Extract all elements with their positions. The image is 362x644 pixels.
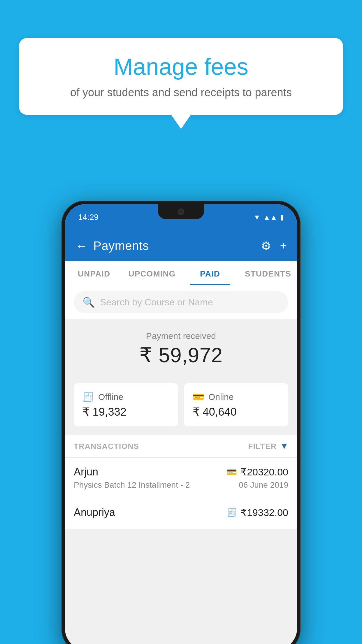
online-icon: 💳	[193, 391, 204, 402]
tab-upcoming[interactable]: UPCOMING	[123, 261, 181, 285]
filter-container[interactable]: FILTER ▼	[248, 442, 288, 451]
transaction-amount-arjun: ₹20320.00	[240, 466, 288, 478]
transaction-row-anupriya[interactable]: Anupriya 🧾 ₹19332.00	[65, 498, 297, 529]
status-icons: ▼ ▲▲ ▮	[254, 213, 284, 221]
wifi-icon: ▼	[254, 213, 261, 221]
transaction-bottom-arjun: Physics Batch 12 Installment - 2 06 June…	[74, 480, 288, 490]
search-placeholder: Search by Course or Name	[100, 297, 213, 308]
speech-bubble-subtitle: of your students and send receipts to pa…	[39, 85, 323, 100]
transaction-amount-anupriya: ₹19332.00	[240, 507, 288, 518]
status-bar: 14:29 ▼ ▲▲ ▮	[65, 204, 297, 230]
transaction-date-arjun: 06 June 2019	[239, 480, 288, 490]
signal-icon: ▲▲	[263, 213, 277, 221]
app-bar-actions: ⚙ +	[261, 239, 287, 253]
credit-card-icon: 💳	[227, 467, 237, 477]
search-input-wrapper[interactable]: 🔍 Search by Course or Name	[74, 291, 288, 313]
speech-bubble-arrow	[171, 114, 191, 129]
filter-label: FILTER	[248, 442, 277, 451]
status-time: 14:29	[78, 213, 99, 222]
payment-summary: Payment received ₹ 59,972	[65, 319, 297, 377]
transaction-course-arjun: Physics Batch 12 Installment - 2	[74, 480, 190, 490]
battery-icon: ▮	[280, 213, 284, 221]
tabs-bar: UNPAID UPCOMING PAID STUDENTS	[65, 261, 297, 285]
online-label: Online	[208, 392, 234, 402]
tab-students[interactable]: STUDENTS	[239, 261, 297, 285]
transactions-label: TRANSACTIONS	[74, 442, 139, 451]
tab-paid[interactable]: PAID	[181, 261, 239, 285]
phone-notch	[158, 204, 204, 219]
app-bar-title: Payments	[93, 239, 261, 253]
camera	[178, 209, 184, 215]
payment-total-amount: ₹ 59,972	[74, 343, 288, 367]
payment-cards: 🧾 Offline ₹ 19,332 💳 Online ₹ 40,640	[65, 377, 297, 435]
search-container: 🔍 Search by Course or Name	[65, 285, 297, 319]
transaction-top-arjun: Arjun 💳 ₹20320.00	[74, 466, 288, 478]
offline-label: Offline	[98, 392, 123, 402]
speech-bubble-title: Manage fees	[39, 54, 323, 80]
offline-icon: 🧾	[82, 391, 94, 402]
back-button[interactable]: ←	[75, 239, 87, 253]
payment-received-label: Payment received	[74, 331, 288, 341]
online-amount: ₹ 40,640	[193, 405, 280, 418]
offline-payment-card: 🧾 Offline ₹ 19,332	[74, 383, 178, 426]
offline-card-header: 🧾 Offline	[82, 391, 169, 402]
transaction-amount-wrapper-arjun: 💳 ₹20320.00	[227, 466, 288, 478]
add-icon[interactable]: +	[280, 239, 287, 252]
transaction-row[interactable]: Arjun 💳 ₹20320.00 Physics Batch 12 Insta…	[65, 458, 297, 498]
speech-bubble-container: Manage fees of your students and send re…	[19, 38, 343, 129]
filter-icon: ▼	[280, 442, 288, 451]
phone-inner: 14:29 ▼ ▲▲ ▮ ← Payments ⚙ + UNPAID UPCOM…	[65, 204, 297, 644]
transaction-name-arjun: Arjun	[74, 466, 98, 478]
app-bar: ← Payments ⚙ +	[65, 230, 297, 261]
online-payment-card: 💳 Online ₹ 40,640	[184, 383, 288, 426]
tab-unpaid[interactable]: UNPAID	[65, 261, 123, 285]
phone-frame: 14:29 ▼ ▲▲ ▮ ← Payments ⚙ + UNPAID UPCOM…	[61, 201, 301, 644]
cash-icon: 🧾	[227, 508, 237, 517]
transactions-header: TRANSACTIONS FILTER ▼	[65, 435, 297, 458]
transaction-amount-wrapper-anupriya: 🧾 ₹19332.00	[227, 507, 288, 518]
transaction-top-anupriya: Anupriya 🧾 ₹19332.00	[74, 506, 288, 519]
speech-bubble: Manage fees of your students and send re…	[19, 38, 343, 115]
online-card-header: 💳 Online	[193, 391, 280, 402]
search-icon: 🔍	[82, 296, 95, 308]
settings-icon[interactable]: ⚙	[261, 239, 271, 253]
offline-amount: ₹ 19,332	[82, 405, 169, 418]
transaction-name-anupriya: Anupriya	[74, 506, 115, 519]
